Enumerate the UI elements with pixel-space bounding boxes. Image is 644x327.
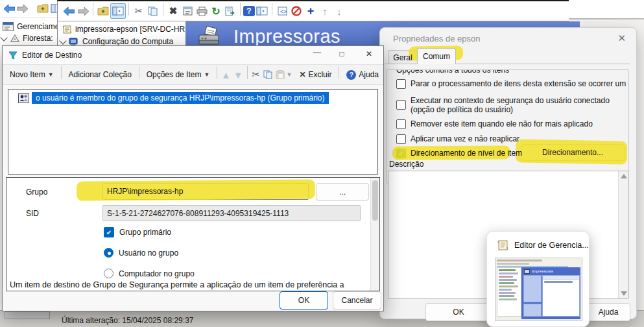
close-icon[interactable]: ✕ bbox=[358, 49, 380, 64]
groupbox-label: Opções comuns a todos os itens bbox=[394, 69, 512, 75]
forward-icon[interactable] bbox=[76, 4, 90, 18]
stop-icon[interactable] bbox=[289, 4, 304, 18]
editor-titlebar[interactable]: Editor de Destino — □ ✕ bbox=[3, 46, 383, 64]
paste-icon[interactable] bbox=[274, 67, 287, 82]
expand-chevron-icon[interactable] bbox=[59, 37, 66, 44]
window-list-icon[interactable] bbox=[255, 4, 269, 18]
taskbar-thumbnail-popup[interactable]: Editor de Gerencia... Impressoras bbox=[486, 231, 590, 327]
tree-item-gpo[interactable]: impressora-epson [SRV-DC-HR bbox=[62, 25, 185, 34]
chevron-down-icon: ▼ bbox=[204, 71, 209, 78]
ajuda-button[interactable]: ? Ajuda bbox=[342, 68, 383, 82]
usuario-no-grupo-row[interactable]: Usuário no grupo bbox=[104, 248, 178, 258]
printer-icon bbox=[196, 25, 224, 47]
minimize-icon[interactable]: — bbox=[306, 48, 328, 62]
excluir-button[interactable]: ✕ Excluir bbox=[294, 68, 336, 81]
button-label: OK bbox=[298, 296, 309, 305]
grupo-label: Grupo bbox=[26, 188, 47, 197]
chevron-down-icon[interactable]: ▼ bbox=[286, 71, 292, 78]
help-icon[interactable]: ? bbox=[243, 6, 255, 16]
move-down-icon[interactable]: ▼ bbox=[232, 67, 244, 82]
forest-icon bbox=[10, 34, 19, 43]
back-icon[interactable] bbox=[4, 1, 15, 16]
cut-icon[interactable]: ✂ bbox=[250, 67, 262, 82]
mini-main: Impressoras bbox=[521, 267, 580, 319]
novo-item-button[interactable]: Novo Item▼ bbox=[5, 68, 58, 81]
cut-icon[interactable]: ✂ bbox=[132, 4, 146, 18]
tree-item-gerenciamento[interactable]: Gerenciamer bbox=[3, 21, 62, 31]
close-icon[interactable]: ✕ bbox=[617, 32, 626, 44]
checkbox-unchecked-icon[interactable] bbox=[396, 79, 406, 89]
mini-list bbox=[542, 275, 580, 317]
sid-label: SID bbox=[26, 209, 39, 218]
copy-icon[interactable] bbox=[146, 4, 160, 18]
ajuda-button[interactable]: Ajuda bbox=[586, 303, 630, 321]
sid-field: S-1-5-21-2724627076-808911293-4095319425… bbox=[102, 205, 361, 221]
adicionar-colecao-button[interactable]: Adicionar Coleção bbox=[64, 68, 136, 81]
radio-unselected-icon[interactable] bbox=[104, 269, 113, 278]
checkbox-unchecked-icon[interactable] bbox=[396, 100, 406, 110]
tree-item-label: Floresta: bbox=[23, 34, 53, 43]
outer-toolbar bbox=[0, 0, 62, 17]
up-folder-icon[interactable] bbox=[37, 1, 49, 16]
computador-no-grupo-row[interactable]: Computador no grupo bbox=[104, 269, 195, 278]
scroll-up-icon[interactable] bbox=[621, 174, 627, 178]
ok-button[interactable]: OK bbox=[425, 303, 492, 321]
button-label: Cancelar bbox=[341, 296, 372, 305]
panel-scrollbar[interactable] bbox=[370, 178, 379, 291]
scrollbar-thumb[interactable] bbox=[372, 180, 378, 221]
descricao-scrollbar[interactable] bbox=[618, 171, 628, 298]
add-icon[interactable]: + bbox=[304, 4, 318, 18]
tree-item-label: impressora-epson [SRV-DC-HR bbox=[75, 25, 185, 34]
tree-item-label: Configuração do Computa bbox=[82, 37, 173, 46]
move-down-icon[interactable]: ↓ bbox=[332, 4, 346, 18]
forward-icon[interactable] bbox=[17, 1, 28, 16]
list-item-selected[interactable]: o usuário é membro do grupo de segurança… bbox=[18, 92, 377, 104]
scroll-down-icon[interactable] bbox=[621, 291, 627, 296]
opcoes-item-button[interactable]: Opções de Item▼ bbox=[142, 68, 215, 81]
header-title: Impressoras bbox=[233, 26, 340, 47]
grupo-primario-row[interactable]: ✔ Grupo primário bbox=[104, 227, 171, 237]
up-folder-icon[interactable] bbox=[96, 4, 110, 18]
expand-chevron-icon[interactable] bbox=[0, 34, 7, 41]
editor-toolbar: Novo Item▼ Adicionar Coleção Opções de I… bbox=[3, 64, 383, 85]
move-up-icon[interactable]: ↑ bbox=[318, 4, 332, 18]
thumbnail-preview[interactable]: Impressoras bbox=[495, 258, 582, 321]
help-circle-icon: ? bbox=[346, 70, 356, 80]
mini-tree bbox=[497, 267, 521, 317]
button-label: Ajuda bbox=[599, 308, 619, 317]
checkbox-unchecked-icon[interactable] bbox=[396, 134, 406, 144]
refresh-icon[interactable]: ↻ bbox=[209, 4, 223, 18]
delete-icon[interactable]: ✖ bbox=[166, 4, 180, 18]
checkbox-checked-icon[interactable]: ✔ bbox=[104, 227, 114, 237]
print-icon[interactable] bbox=[195, 4, 209, 18]
properties-icon[interactable] bbox=[180, 4, 195, 18]
show-console-tree-icon[interactable] bbox=[110, 3, 126, 19]
maximize-icon[interactable]: □ bbox=[331, 49, 353, 64]
computer-config-icon bbox=[69, 38, 79, 46]
browse-button[interactable]: ... bbox=[316, 183, 369, 200]
ok-button[interactable]: OK bbox=[280, 291, 328, 309]
tree-item-floresta[interactable]: Floresta: bbox=[1, 34, 53, 43]
properties-titlebar[interactable]: Propriedades de epson ✕ bbox=[380, 28, 636, 49]
export-list-icon[interactable] bbox=[223, 4, 237, 18]
svg-text:<>: <> bbox=[280, 8, 287, 15]
cancelar-button[interactable]: Cancelar bbox=[333, 291, 381, 309]
option-row[interactable]: Parar o processamento de itens desta ext… bbox=[396, 79, 623, 89]
chevron-down-icon: ▼ bbox=[48, 71, 54, 78]
option-row[interactable]: Remover este item quando ele não for mai… bbox=[396, 119, 623, 129]
selected-item-text: o usuário é membro do grupo de segurança… bbox=[32, 92, 329, 104]
item-detail-panel: Grupo HRJP\impressoras-hp ... SID S-1-5-… bbox=[6, 177, 380, 291]
option-row[interactable]: Executar no contexto de segurança do usu… bbox=[396, 96, 623, 114]
target-items-list[interactable]: o usuário é membro do grupo de segurança… bbox=[8, 89, 378, 175]
move-up-icon[interactable]: ▲ bbox=[220, 67, 232, 82]
tab-comum[interactable]: Comum bbox=[417, 48, 456, 64]
tree-item-computer-config[interactable]: Configuração do Computa bbox=[60, 37, 173, 46]
option-label: Direcionamento de nível de item bbox=[411, 149, 522, 158]
copy-icon[interactable] bbox=[262, 67, 274, 82]
radio-selected-icon[interactable] bbox=[104, 248, 113, 258]
new-window-icon[interactable]: <> bbox=[275, 4, 289, 18]
checkbox-unchecked-icon[interactable] bbox=[396, 119, 406, 129]
console-window-icon bbox=[3, 21, 14, 31]
back-icon[interactable] bbox=[62, 4, 76, 18]
button-label: Excluir bbox=[308, 70, 331, 79]
